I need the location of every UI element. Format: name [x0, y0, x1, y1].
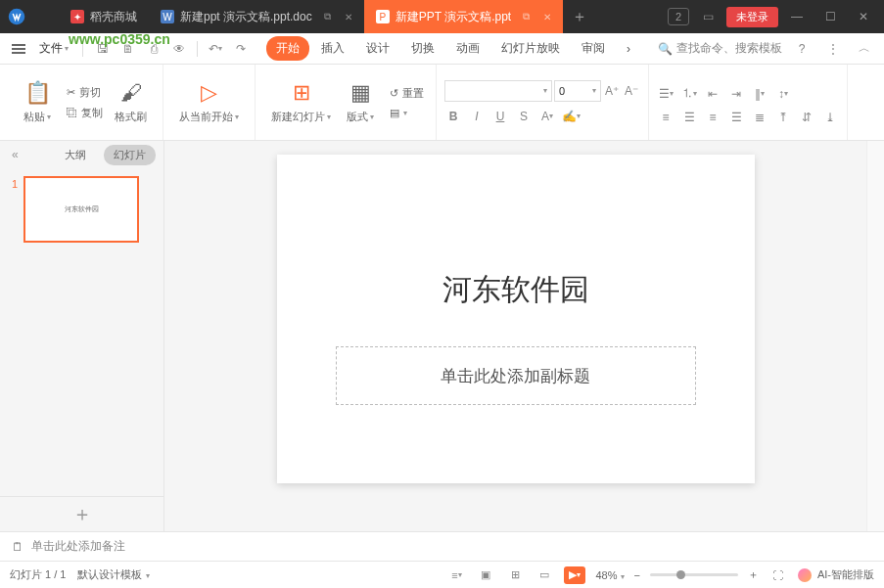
copy-button[interactable]: ⿻复制 [63, 104, 107, 122]
slideshow-button[interactable]: ▶▾ [564, 566, 585, 584]
zoom-in-button[interactable]: ＋ [748, 567, 759, 582]
minimize-button[interactable]: — [782, 3, 812, 30]
zoom-slider[interactable] [650, 573, 738, 576]
from-current-button[interactable]: ▷ 从当前开始▾ [171, 76, 247, 128]
align-middle-button[interactable]: ⇵ [798, 109, 815, 126]
tab-insert[interactable]: 插入 [311, 36, 354, 61]
tab-window-icon[interactable]: ⧉ [523, 11, 530, 23]
add-slide-button[interactable]: ＋ [0, 496, 163, 531]
font-color-button[interactable]: A▾ [538, 108, 556, 125]
tab-label: 新建ppt 演示文稿.ppt.doc [180, 9, 312, 25]
more-icon[interactable]: ⋮ [821, 37, 845, 61]
bullets-button[interactable]: ☰▾ [657, 85, 675, 103]
help-icon[interactable]: ? [790, 37, 814, 61]
slide-title[interactable]: 河东软件园 [277, 270, 755, 310]
italic-button[interactable]: I [468, 108, 486, 125]
strikethrough-button[interactable]: S [515, 108, 533, 125]
slide[interactable]: 河东软件园 单击此处添加副标题 [277, 155, 755, 483]
tab-start[interactable]: 开始 [266, 36, 309, 61]
tab-doc[interactable]: W 新建ppt 演示文稿.ppt.doc ⧉ ✕ [149, 0, 364, 33]
save-as-icon[interactable]: 🗎 [116, 37, 140, 61]
notes-view-icon[interactable]: ≡▾ [446, 566, 466, 584]
tab-docer[interactable]: ✦ 稻壳商城 [59, 0, 149, 33]
close-icon[interactable]: ✕ [345, 12, 352, 23]
decrease-indent-button[interactable]: ⇤ [704, 85, 721, 103]
workspace: « 大纲 幻灯片 1 河东软件园 ＋ 河东软件园 单击此处添加副标题 [0, 141, 884, 531]
tab-more[interactable]: › [617, 38, 640, 60]
menubar: 文件▾ 🖫 🗎 ⎙ 👁 ↶▾ ↷ 开始 插入 设计 切换 动画 幻灯片放映 审阅… [0, 33, 884, 65]
statusbar: 幻灯片 1 / 1 默认设计模板 ▾ ≡▾ ▣ ⊞ ▭ ▶▾ 48% ▾ − ＋… [0, 561, 884, 588]
menu-icon[interactable]: ▭ [693, 3, 722, 30]
close-button[interactable]: ✕ [849, 3, 878, 30]
text-direction-button[interactable]: ↕▾ [774, 85, 792, 103]
section-button[interactable]: ▤▾ [386, 105, 428, 121]
new-slide-icon: ⊞ [293, 80, 310, 106]
undo-icon[interactable]: ↶▾ [204, 37, 227, 61]
normal-view-icon[interactable]: ▣ [476, 566, 495, 584]
login-button[interactable]: 未登录 [726, 7, 778, 27]
font-family-select[interactable]: ▾ [444, 80, 552, 102]
line-spacing-button[interactable]: ‖▾ [751, 85, 768, 103]
tab-slideshow[interactable]: 幻灯片放映 [491, 36, 570, 61]
print-icon[interactable]: ⎙ [142, 37, 165, 61]
redo-icon[interactable]: ↷ [229, 37, 253, 61]
paste-button[interactable]: 📋 粘贴▾ [16, 76, 59, 128]
tab-window-icon[interactable]: ⧉ [324, 11, 331, 23]
ai-label: AI-智能排版 [817, 567, 874, 582]
thumbnail-preview[interactable]: 河东软件园 [23, 176, 139, 243]
outline-tab[interactable]: 大纲 [55, 145, 96, 165]
distribute-button[interactable]: ≣ [751, 109, 768, 126]
close-icon[interactable]: ✕ [543, 12, 551, 23]
increase-font-icon[interactable]: A⁺ [603, 82, 621, 100]
wps-logo [0, 8, 59, 25]
thumbnail-item[interactable]: 1 河东软件园 [12, 176, 152, 243]
add-tab-button[interactable]: ＋ [563, 7, 596, 27]
preview-icon[interactable]: 👁 [167, 37, 191, 61]
cut-button[interactable]: ✂剪切 [63, 83, 107, 102]
increase-indent-button[interactable]: ⇥ [727, 85, 745, 103]
align-left-button[interactable]: ≡ [657, 109, 675, 126]
collapse-panel-icon[interactable]: « [8, 148, 23, 161]
tab-ppt-active[interactable]: P 新建PPT 演示文稿.ppt ⧉ ✕ [364, 0, 563, 33]
decrease-font-icon[interactable]: A⁻ [623, 82, 640, 100]
sorter-view-icon[interactable]: ⊞ [505, 566, 525, 584]
zoom-percent[interactable]: 48% ▾ [595, 569, 624, 581]
reading-view-icon[interactable]: ▭ [535, 566, 554, 584]
template-name[interactable]: 默认设计模板 ▾ [77, 567, 149, 582]
zoom-out-button[interactable]: − [634, 569, 640, 581]
align-bottom-button[interactable]: ⤓ [821, 109, 839, 126]
docer-icon: ✦ [70, 10, 84, 23]
justify-button[interactable]: ☰ [727, 109, 745, 126]
reset-button[interactable]: ↺重置 [386, 84, 428, 103]
align-center-button[interactable]: ☰ [680, 109, 698, 126]
notes-bar[interactable]: 🗒 单击此处添加备注 [0, 531, 884, 561]
font-size-select[interactable]: 0▾ [554, 80, 601, 102]
layout-button[interactable]: ▦ 版式▾ [339, 76, 382, 128]
tab-review[interactable]: 审阅 [572, 36, 615, 61]
collapse-ribbon-icon[interactable]: ︿ [853, 37, 876, 61]
search-placeholder: 查找命令、搜索模板 [676, 40, 782, 57]
search-command[interactable]: 🔍 查找命令、搜索模板 [658, 40, 782, 57]
tab-animation[interactable]: 动画 [446, 36, 489, 61]
fit-window-icon[interactable]: ⛶ [768, 566, 788, 584]
right-sidebar[interactable] [866, 141, 884, 531]
align-top-button[interactable]: ⤒ [774, 109, 792, 126]
underline-button[interactable]: U [491, 108, 509, 125]
tab-count-badge[interactable]: 2 [668, 8, 689, 25]
maximize-button[interactable]: ☐ [815, 3, 845, 30]
hamburger-icon[interactable] [8, 40, 29, 58]
tab-transition[interactable]: 切换 [401, 36, 444, 61]
save-icon[interactable]: 🖫 [91, 37, 115, 61]
slide-subtitle-placeholder[interactable]: 单击此处添加副标题 [336, 346, 696, 405]
ai-layout-button[interactable]: AI-智能排版 [798, 567, 874, 582]
format-painter-button[interactable]: 🖌 格式刷 [107, 76, 155, 128]
align-right-button[interactable]: ≡ [704, 109, 721, 126]
file-menu[interactable]: 文件▾ [33, 40, 74, 57]
brush-icon: 🖌 [120, 80, 142, 106]
highlight-button[interactable]: ✍▾ [562, 108, 580, 125]
tab-design[interactable]: 设计 [356, 36, 399, 61]
slides-tab[interactable]: 幻灯片 [104, 145, 156, 165]
numbering-button[interactable]: ⒈▾ [680, 85, 698, 103]
bold-button[interactable]: B [444, 108, 462, 125]
new-slide-button[interactable]: ⊞ 新建幻灯片▾ [263, 76, 339, 128]
